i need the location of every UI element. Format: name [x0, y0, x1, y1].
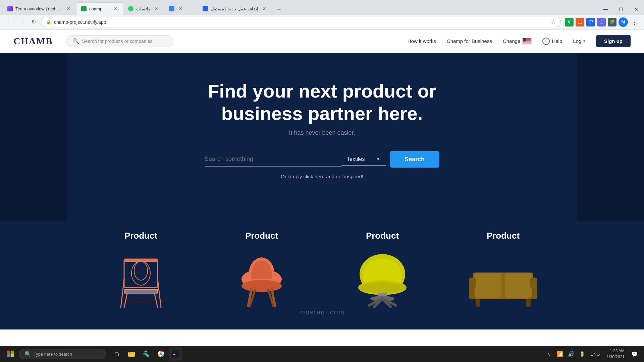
svg-rect-21 — [124, 259, 158, 288]
minimize-button[interactable]: — — [598, 4, 613, 15]
taskbar-network-icon[interactable]: 📶 — [555, 350, 565, 359]
ext-extension1[interactable]: ⬡ — [597, 18, 606, 26]
product-image-1 — [107, 249, 174, 309]
taskbar-datetime[interactable]: 1:23 AM 1/30/2021 — [604, 347, 627, 361]
tab-mostaql-icon — [203, 6, 208, 11]
hero-title: Find your next product or business partn… — [154, 80, 490, 125]
ext-shield[interactable]: 🛡 — [586, 18, 595, 26]
tab-close-3[interactable]: ✕ — [153, 5, 160, 12]
product-label-4: Product — [487, 231, 520, 241]
svg-rect-51 — [7, 351, 10, 354]
hero-search-button[interactable]: Search — [390, 151, 439, 168]
tab-whatsapp-icon — [128, 6, 133, 11]
tab-bar: Team overview | mohamed-ahm... ✕ champ ✕… — [0, 0, 644, 15]
hero-section: Find your next product or business partn… — [0, 53, 644, 221]
tab-close-5[interactable]: ✕ — [261, 5, 268, 12]
tab-title-5: إضافة عمل جديد | مستقل — [211, 6, 258, 11]
nav-search-placeholder: Search for products or companies — [82, 39, 152, 44]
taskbar-lang[interactable]: ENG — [588, 350, 602, 358]
hero-title-line1: Find your next product or — [208, 80, 436, 102]
svg-point-34 — [358, 282, 407, 293]
svg-point-23 — [134, 261, 148, 280]
reload-button[interactable]: ↻ — [29, 17, 38, 27]
taskbar-search[interactable]: 🔍 Type here to search — [19, 349, 106, 359]
ext-verdaccio[interactable]: V — [565, 18, 574, 26]
tab-whatsapp[interactable]: واتساب ✕ — [123, 3, 164, 15]
hero-title-line2: business partner here. — [221, 103, 423, 124]
svg-point-26 — [241, 280, 282, 292]
taskbar-right: ∧ 📶 🔊 🔋 ENG 1:23 AM 1/30/2021 💬 — [544, 347, 640, 361]
svg-rect-52 — [11, 351, 14, 354]
taskbar-app-chrome[interactable] — [154, 347, 168, 361]
nav-help[interactable]: ? Help — [542, 38, 562, 45]
svg-rect-47 — [475, 287, 501, 298]
svg-line-16 — [124, 293, 127, 308]
signup-button[interactable]: Sign up — [596, 35, 631, 47]
hero-search-input-wrap — [205, 152, 341, 167]
tab-close-2[interactable]: ✕ — [112, 5, 119, 12]
inspire-link[interactable]: Or simply click here and get inspired! — [13, 174, 631, 179]
tab-4[interactable]: ✕ — [164, 3, 198, 15]
taskbar-app-vscode[interactable] — [140, 347, 153, 361]
svg-rect-53 — [7, 354, 10, 357]
product-image-4 — [466, 249, 540, 309]
svg-rect-50 — [526, 299, 531, 307]
tab-champ[interactable]: champ ✕ — [76, 3, 123, 15]
taskbar-notification[interactable]: 💬 — [629, 349, 640, 359]
product-card-4: Product — [456, 231, 550, 309]
tab-close-1[interactable]: ✕ — [65, 5, 72, 12]
close-button[interactable]: ✕ — [629, 4, 644, 15]
url-bar[interactable]: 🔒 champ-project.netlify.app ☆ — [41, 17, 561, 27]
nav-how-it-works[interactable]: How it works — [408, 38, 436, 44]
file-explorer-icon — [127, 350, 136, 358]
url-text: champ-project.netlify.app — [54, 19, 548, 25]
hero-search-input[interactable] — [205, 156, 336, 163]
site-wrapper: CHAMB 🔍 Search for products or companies… — [0, 29, 644, 329]
nav-search-bar[interactable]: 🔍 Search for products or companies — [66, 35, 173, 47]
svg-rect-48 — [505, 287, 532, 298]
product-card-3: Product — [335, 231, 429, 309]
hero-category-select[interactable]: Textiles Furniture Electronics Clothing … — [347, 156, 373, 162]
login-button[interactable]: Login — [573, 38, 585, 44]
tab-4-icon — [169, 6, 174, 11]
nav-champ-for-business[interactable]: Champ for Business — [447, 38, 492, 44]
chair-yellow-svg — [349, 249, 416, 309]
tab-close-4[interactable]: ✕ — [177, 5, 184, 12]
change-label: Change — [503, 38, 521, 44]
chevron-down-icon: ▼ — [376, 157, 380, 162]
svg-rect-10 — [523, 43, 531, 43]
ext-puzzle[interactable]: 🧩 — [608, 18, 616, 26]
lock-icon: 🔒 — [46, 19, 51, 24]
taskbar-battery-icon[interactable]: 🔋 — [578, 350, 586, 358]
taskbar-apps: ⧉ ▬ — [110, 347, 182, 361]
tab-title-1: Team overview | mohamed-ahm... — [15, 6, 62, 11]
ext-firefox[interactable]: 🦊 — [576, 18, 584, 26]
maximize-button[interactable]: ☐ — [613, 4, 629, 15]
sofa-brown-svg — [466, 256, 540, 309]
start-button[interactable] — [4, 347, 17, 361]
forward-button[interactable]: → — [17, 17, 26, 27]
tab-team-overview[interactable]: Team overview | mohamed-ahm... ✕ — [3, 3, 76, 15]
product-card-1: Product — [94, 231, 188, 309]
tab-diamond-icon — [7, 6, 13, 11]
logo: CHAMB — [13, 36, 53, 47]
back-button[interactable]: ← — [5, 17, 14, 27]
vscode-icon — [142, 350, 150, 358]
svg-rect-13 — [523, 38, 526, 42]
taskbar-up-arrow[interactable]: ∧ — [544, 350, 553, 358]
taskbar-app-terminal[interactable]: ▬ — [169, 347, 182, 361]
browser-menu[interactable]: ⋮ — [630, 17, 639, 27]
browser-chrome: Team overview | mohamed-ahm... ✕ champ ✕… — [0, 0, 644, 29]
tab-title-3: واتساب — [136, 6, 150, 11]
profile-avatar[interactable]: M — [619, 17, 628, 27]
star-icon[interactable]: ☆ — [551, 19, 556, 25]
taskbar-date: 1/30/2021 — [607, 354, 625, 360]
taskbar-app-task-view[interactable]: ⧉ — [110, 347, 123, 361]
taskbar-volume-icon[interactable]: 🔊 — [567, 350, 576, 359]
tab-mostaql[interactable]: إضافة عمل جديد | مستقل ✕ — [198, 3, 272, 15]
chair-orange-svg — [231, 249, 292, 309]
taskbar-app-file-explorer[interactable] — [125, 347, 138, 361]
nav-change-lang[interactable]: Change — [503, 38, 532, 45]
new-tab-button[interactable]: + — [274, 4, 284, 15]
product-image-2 — [228, 249, 295, 309]
